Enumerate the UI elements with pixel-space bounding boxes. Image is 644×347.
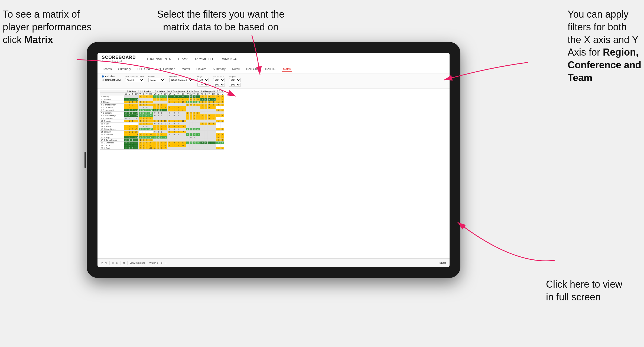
cell-r1-c4-v2: 0	[193, 98, 196, 101]
cell-r19-c6-v0: 1	[216, 147, 220, 150]
subnav-summary[interactable]: Summary	[117, 67, 132, 72]
cell-r6-c5-v0	[200, 112, 204, 114]
cell-r16-c4-v2	[193, 139, 196, 142]
nav-committee[interactable]: COMMITTEE	[195, 57, 214, 60]
annotation-tc-line2: matrix data to be based on	[163, 21, 278, 33]
cell-r1-c2-v1: 1	[157, 98, 160, 101]
cell-r1-c0-v1: 1	[128, 98, 131, 101]
cell-r16-c4-v1	[190, 139, 193, 142]
cell-r15-c0-v1: 1	[128, 136, 131, 139]
subnav-players-summary[interactable]: Summary	[212, 67, 227, 72]
nav-rankings[interactable]: RANKINGS	[221, 57, 237, 60]
subnav-h2h-grid[interactable]: H2H Grid	[136, 67, 151, 72]
cell-r1-c4-v3: -6	[196, 98, 200, 101]
cell-r17-c2-v0: 1	[153, 142, 157, 144]
cell-r7-c1-v3: -16	[148, 114, 153, 117]
cell-r6-c1-v3: -15	[148, 112, 153, 114]
cell-r0-c3-v3: 17	[180, 95, 186, 98]
player-col-header	[100, 93, 124, 95]
monitor-btn[interactable]: 🖥	[160, 262, 163, 264]
subnav-h2h-heatmap[interactable]: H2H Heatmap	[155, 67, 176, 72]
cell-r5-c1-v3: 24	[148, 109, 153, 112]
cell-r1-c6-v1: 2	[220, 98, 224, 101]
redo-btn[interactable]: ↪	[105, 262, 107, 264]
cell-r14-c2-v2: 0	[160, 133, 163, 136]
conference-select-x[interactable]: (All)	[213, 78, 225, 82]
cell-r16-c2-v0	[153, 139, 157, 142]
cell-r4-c2-v3: 6	[163, 106, 167, 109]
cell-r8-c3-v1	[172, 117, 176, 120]
cell-r4-c4-v0	[186, 106, 190, 109]
cell-r1-c2-v2: 0	[160, 98, 163, 101]
cell-r0-c5-v0: 0	[200, 95, 204, 98]
cell-r12-c6-v0: 1	[216, 128, 220, 131]
subnav-players[interactable]: Players	[195, 67, 207, 72]
subnav-matrix-active[interactable]: Matrix	[282, 67, 292, 72]
cell-r11-c4-v0	[186, 125, 190, 128]
compact-view-radio[interactable]: Compact View	[102, 79, 121, 81]
cell-r11-c4-v1	[190, 125, 193, 128]
cell-r13-c4-v0	[186, 131, 190, 133]
cell-r15-c2-v3: 8	[163, 136, 167, 139]
cell-r13-c3-v2: 0	[176, 131, 180, 133]
max-players-label: Max players in view	[125, 75, 144, 78]
nav-tournaments[interactable]: TOURNAMENTS	[147, 57, 171, 60]
share-btn[interactable]: Share	[440, 262, 446, 264]
players-select-x[interactable]: (All)	[229, 78, 241, 82]
row-player-name-14: 15. P Maichon	[100, 133, 124, 136]
undo-btn[interactable]: ↩	[101, 262, 103, 264]
corner-header	[100, 90, 124, 93]
cell-r6-c4-v0: 0	[186, 112, 190, 114]
conference-select-y[interactable]: (All)	[213, 83, 225, 87]
cell-r19-c5-v0	[200, 147, 204, 150]
fullscreen-btn[interactable]: ⛶	[165, 262, 167, 264]
cell-r15-c4-v0: 0	[186, 136, 190, 139]
full-view-label: Full View	[105, 75, 115, 78]
cell-r3-c6-v0: 0	[216, 104, 220, 106]
region-select-y[interactable]: N/A	[197, 83, 209, 87]
cell-r10-c5-v1: 1	[204, 123, 207, 125]
cell-r13-c6-v1	[220, 131, 224, 133]
cell-r17-c5-v1: 0	[204, 142, 207, 144]
cell-r9-c0-v1: 1	[128, 120, 131, 123]
cell-r15-c1-v3: 4	[148, 136, 153, 139]
watch-btn[interactable]: Watch ▾	[149, 262, 158, 264]
subnav-h2h-h[interactable]: H2H H...	[264, 67, 278, 72]
zoom-btn[interactable]: ⊕	[112, 262, 114, 264]
cell-r7-c0-v1: 2	[128, 114, 131, 117]
nav-teams[interactable]: TEAMS	[178, 57, 188, 60]
subnav-detail[interactable]: Detail	[231, 67, 241, 72]
cell-r0-c0-v1	[128, 95, 131, 98]
view-original-btn[interactable]: View: Original	[130, 262, 145, 264]
cell-r1-c1-v0	[139, 98, 142, 101]
players-select-y[interactable]: (All)	[229, 83, 241, 87]
cell-r8-c4-v3: 1	[196, 117, 200, 120]
division-select[interactable]: NCAA Division I NCAA Division II	[169, 78, 193, 82]
gender-select[interactable]: Men's Women's	[148, 78, 165, 82]
row-player-name-13: 14. J Lundin	[100, 131, 124, 133]
cell-r9-c2-v2: 0	[160, 120, 163, 123]
subnav-h2h-grid2[interactable]: H2H Grid	[245, 67, 260, 72]
cell-r4-c3-v2: 0	[176, 106, 180, 109]
cell-r8-c1-v0: 0	[139, 117, 142, 120]
cell-r15-c5-v2	[207, 136, 211, 139]
cell-r1-c1-v2	[145, 98, 148, 101]
max-players-select[interactable]: Top 25 Top 50	[125, 78, 144, 82]
grid-btn[interactable]: ⊞	[116, 262, 118, 264]
settings-btn[interactable]: ⚙	[123, 262, 125, 264]
cell-r16-c6-v1: 2	[220, 139, 224, 142]
cell-r14-c6-v0: 2	[216, 133, 220, 136]
subnav-matrix[interactable]: Matrix	[181, 67, 191, 72]
cell-r5-c4-v2	[193, 109, 196, 112]
cell-r5-c2-v1: 0	[157, 109, 160, 112]
annotation-top-right: You can apply filters for both the X axi…	[568, 8, 641, 84]
subnav-teams[interactable]: Teams	[102, 67, 113, 72]
full-view-radio[interactable]: Full View	[102, 75, 121, 78]
cell-r1-c5-v1: 0	[204, 98, 207, 101]
col-header-1: 1. W Ding	[124, 90, 139, 93]
cell-r1-c0-v2: 0	[131, 98, 134, 101]
region-select-x[interactable]: N/A	[197, 78, 209, 82]
cell-r12-c3-v3	[180, 128, 186, 131]
cell-r16-c3-v1	[172, 139, 176, 142]
cell-r4-c3-v3	[180, 106, 186, 109]
